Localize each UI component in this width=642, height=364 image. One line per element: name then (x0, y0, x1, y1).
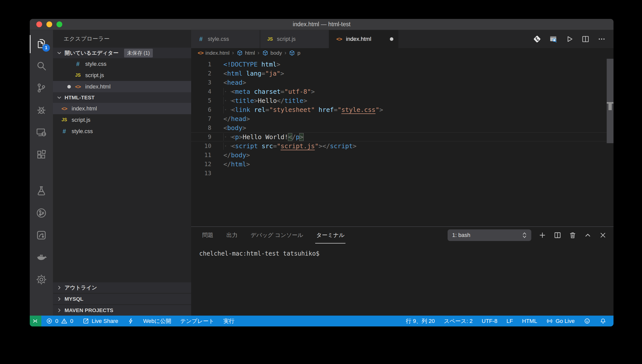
remote-icon (32, 317, 39, 325)
file-label: index.html (72, 105, 97, 112)
terminal-output[interactable]: chelchel-mac:html-test tatsuhiko$ (191, 244, 614, 316)
code-line-10: 10··<script src="script.js"></script> (191, 141, 614, 150)
folder-header-label: HTML-TEST (65, 95, 95, 101)
activity-item-docker[interactable] (30, 247, 53, 269)
maximize-panel-button[interactable] (584, 231, 592, 239)
tab-index.html[interactable]: <>index.html (329, 30, 398, 48)
overview-ruler-marker (608, 104, 612, 110)
activity-item-explorer[interactable]: 1 (30, 33, 53, 55)
gitlens-icon (36, 207, 47, 220)
tab-style.css[interactable]: #style.css (191, 30, 260, 48)
status-indentation[interactable]: スペース: 2 (439, 316, 477, 326)
code-token: title (284, 97, 303, 104)
new-terminal-button[interactable] (538, 231, 546, 239)
file-label: script.js (85, 72, 104, 79)
status-live-share[interactable]: Live Share (78, 316, 123, 326)
status-bolt[interactable] (123, 316, 139, 326)
code-token: = (261, 70, 265, 77)
status-remote-indicator[interactable] (30, 316, 41, 326)
unsaved-badge: 未保存 (1) (124, 49, 153, 57)
section-1[interactable]: MYSQL (53, 294, 191, 304)
code-token: </ (223, 115, 231, 123)
status-eol[interactable]: LF (502, 316, 518, 326)
code-token: </ (223, 161, 231, 168)
file-item-index.html[interactable]: <>index.html (53, 103, 191, 114)
chevron-right-icon (56, 284, 63, 291)
activity-item-live-share[interactable] (30, 225, 53, 247)
split-editor-button[interactable] (581, 35, 590, 43)
code-token (258, 142, 261, 150)
panel-tab-1[interactable]: 出力 (226, 230, 238, 240)
code-editor[interactable]: 1<!DOCTYPE html>2<html lang="ja">3<head>… (191, 58, 614, 226)
kill-terminal-button[interactable] (569, 231, 577, 239)
section-1-label: MYSQL (65, 296, 83, 302)
file-item-script.js[interactable]: JSscript.js (53, 114, 191, 126)
close-window-button[interactable] (36, 21, 42, 27)
status-text: 実行 (223, 317, 235, 325)
breadcrumb-item-index.html[interactable]: <>index.html (198, 50, 229, 56)
status-publish-web[interactable]: Webに公開 (139, 316, 176, 326)
run-button[interactable] (565, 35, 574, 43)
file-item-style.css[interactable]: #style.css (53, 58, 191, 70)
indent-whitespace: ·· (223, 142, 231, 150)
folder-header[interactable]: HTML-TEST (53, 92, 191, 103)
close-panel-button[interactable] (599, 231, 607, 239)
section-2[interactable]: MAVEN PROJECTS (53, 305, 191, 316)
code-token: > (353, 142, 357, 150)
panel-tab-0[interactable]: 問題 (202, 230, 214, 240)
status-run-task[interactable]: 実行 (219, 316, 239, 326)
indent-whitespace: ·· (223, 133, 231, 141)
breadcrumb-item-body[interactable]: body (262, 50, 282, 56)
status-template[interactable]: テンプレート (176, 316, 219, 326)
gitlens-graph-button[interactable] (533, 35, 541, 43)
panel-tab-3[interactable]: ターミナル (316, 230, 345, 240)
breadcrumb-item-html[interactable]: html (237, 50, 255, 56)
code-token: " (277, 142, 281, 150)
panel-tab-2[interactable]: デバッグ コンソール (250, 230, 304, 240)
activity-item-test[interactable] (30, 180, 53, 202)
code-token (250, 88, 254, 95)
terminal-shell-select[interactable]: 1: bash (448, 229, 531, 241)
window-controls (36, 19, 62, 30)
open-editors-header[interactable]: 開いているエディター未保存 (1) (53, 48, 191, 58)
breadcrumb-item-p[interactable]: p (289, 50, 300, 56)
activity-item-extensions[interactable] (30, 144, 53, 166)
more-actions-icon (597, 40, 606, 44)
status-problems[interactable]: 00 (41, 316, 78, 326)
activity-item-gitlens[interactable] (30, 202, 53, 225)
code-line-8: 8<body> (191, 123, 614, 132)
status-encoding[interactable]: UTF-8 (477, 316, 502, 326)
activity-item-remote-explorer[interactable] (30, 122, 53, 144)
minimize-window-button[interactable] (46, 21, 52, 27)
tab-label: style.css (208, 36, 229, 42)
status-feedback[interactable] (579, 316, 595, 326)
breadcrumb-separator: › (257, 50, 259, 56)
file-label: script.js (72, 117, 91, 123)
zoom-window-button[interactable] (56, 21, 62, 27)
file-item-index.html[interactable]: <>index.html (53, 81, 191, 92)
file-item-style.css[interactable]: #style.css (53, 126, 191, 137)
more-actions-button[interactable] (597, 35, 606, 43)
status-language-mode[interactable]: HTML (517, 316, 542, 326)
section-0[interactable]: アウトライン (53, 282, 191, 293)
bolt-icon (127, 318, 134, 324)
file-item-script.js[interactable]: JSscript.js (53, 70, 191, 81)
code-line-5: 5··<title>Hello</title> (191, 96, 614, 105)
tab-script.js[interactable]: JSscript.js (260, 30, 329, 48)
activity-item-search[interactable] (30, 55, 53, 77)
split-terminal-button[interactable] (553, 231, 562, 239)
status-cursor-position[interactable]: 行 9、列 20 (401, 316, 439, 326)
code-token: > (379, 106, 383, 113)
editor-scrollbar[interactable] (607, 59, 614, 143)
open-preview-button[interactable] (549, 35, 558, 43)
html-file-icon: <> (60, 106, 69, 112)
bell-icon (600, 318, 606, 324)
title-bar[interactable]: index.html — html-test (30, 19, 614, 30)
status-notifications[interactable] (595, 316, 611, 326)
status-go-live[interactable]: Go Live (542, 316, 579, 326)
html-file-icon: <> (335, 36, 343, 42)
activity-item-debug[interactable] (30, 100, 53, 122)
debug-icon (36, 104, 47, 117)
activity-item-settings[interactable] (30, 269, 53, 291)
activity-item-source-control[interactable] (30, 77, 53, 100)
